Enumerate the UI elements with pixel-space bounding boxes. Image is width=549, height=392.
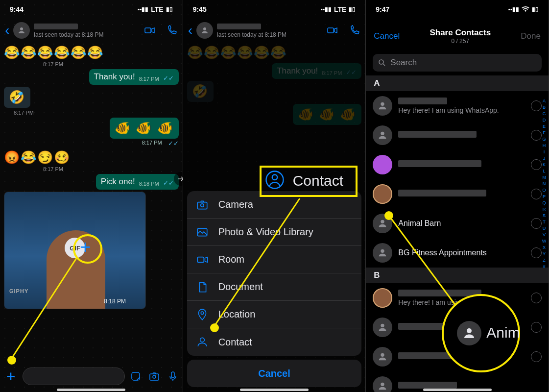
home-indicator [240,389,309,391]
status-bar: 9:45 ▪▪▮▮ LTE ▮▯ [183,0,366,19]
select-radio[interactable] [531,247,542,258]
index-letter[interactable]: V [541,232,548,238]
index-letter[interactable]: Z [541,257,548,264]
network-label: LTE [151,5,163,13]
select-radio[interactable] [531,322,542,333]
index-letter[interactable]: M [541,174,548,181]
attachment-action-sheet: Camera Photo & Video Library Room Docume… [187,191,362,387]
video-call-icon[interactable] [326,24,338,36]
status-bar: 9:47 ▪▪▮▮ ▮▯ [366,0,549,19]
sheet-room[interactable]: Room [187,246,362,273]
panel-share-contacts: 9:47 ▪▪▮▮ ▮▯ Cancel Share Contacts 0 / 2… [366,0,549,392]
attach-plus-button[interactable]: + [4,368,18,386]
select-radio[interactable] [531,293,542,303]
sheet-photo-library[interactable]: Photo & Video Library [187,219,362,246]
svg-point-19 [272,175,277,180]
index-letter[interactable]: E [541,123,548,130]
wifi-icon [522,5,529,13]
sheet-camera[interactable]: Camera [187,191,362,219]
contact-avatar[interactable] [13,22,30,39]
index-letter[interactable]: Y [541,251,548,257]
contact-row[interactable]: BG Fitness Appointments [366,238,549,268]
message-input[interactable] [23,368,125,385]
index-letter[interactable]: J [541,155,548,162]
input-bar: + [0,365,183,388]
contact-row[interactable] [366,179,549,209]
sheet-document[interactable]: Document [187,273,362,301]
search-input[interactable]: Search [373,54,542,72]
contact-avatar [373,318,392,337]
svg-point-28 [381,353,384,357]
section-header-a: A [366,75,549,91]
call-icon[interactable] [349,24,360,36]
select-radio[interactable] [531,189,542,199]
svg-point-30 [467,328,472,333]
contact-header-text[interactable]: last seen today at 8:18 PM [217,23,322,38]
index-letter[interactable]: T [541,219,548,225]
index-letter[interactable]: B [541,104,548,111]
contact-row[interactable]: Hey there! I am using WhatsApp. [366,91,549,121]
index-letter[interactable]: L [541,168,548,174]
done-button[interactable]: Done [521,31,541,41]
alpha-index[interactable]: ABCDEFGHIJKLMNOPQRSTUVWXYZ# [541,98,548,382]
index-letter[interactable]: X [541,245,548,251]
sticker-icon[interactable] [130,370,142,382]
select-radio[interactable] [531,130,542,141]
index-letter[interactable]: K [541,162,548,168]
signal-icon: ▪▪▮▮ [138,6,149,13]
select-radio[interactable] [531,159,542,170]
contact-row-animal-barn[interactable]: Animal Barn [366,209,549,238]
index-letter[interactable]: W [541,238,548,245]
contact-header-text[interactable]: last seen today at 8:18 PM [34,23,139,38]
index-letter[interactable]: Q [541,200,548,206]
index-letter[interactable]: A [541,98,548,104]
gif-message[interactable]: GIF GIPHY 8:18 PM [4,192,146,309]
svg-point-17 [200,338,204,342]
contact-avatar[interactable] [196,22,213,39]
index-letter[interactable]: S [541,213,548,219]
back-button[interactable]: ‹ [5,23,9,38]
svg-point-8 [203,27,206,30]
gif-time: 8:18 PM [104,298,126,305]
index-letter[interactable]: O [541,187,548,194]
svg-rect-3 [132,372,140,380]
sheet-location[interactable]: Location [187,301,362,328]
select-radio[interactable] [531,351,542,362]
cancel-button[interactable]: Cancel [374,31,400,41]
index-letter[interactable]: # [541,264,548,270]
sheet-cancel[interactable]: Cancel [187,360,362,387]
svg-line-22 [383,64,385,66]
index-letter[interactable]: N [541,181,548,187]
sheet-contact[interactable]: Contact [187,328,362,356]
contact-avatar [373,347,392,367]
index-letter[interactable]: P [541,194,548,200]
contact-row[interactable] [366,150,549,179]
select-radio[interactable] [531,218,542,229]
select-radio[interactable] [531,100,542,111]
index-letter[interactable]: H [541,143,548,149]
index-letter[interactable]: I [541,149,548,155]
contact-avatar [373,96,392,116]
home-indicator [57,389,125,391]
chat-header: ‹ last seen today at 8:18 PM [183,19,366,42]
contact-row[interactable]: Hey there! I am using WhatsApp. [366,283,549,313]
contact-avatar [373,125,392,145]
index-letter[interactable]: R [541,206,548,213]
index-letter[interactable]: U [541,225,548,232]
status-time: 9:47 [376,5,389,13]
back-button[interactable]: ‹ [188,23,192,38]
mic-icon[interactable] [167,370,179,382]
contact-row[interactable] [366,342,549,371]
signal-icon: ▪▪▮▮ [320,6,332,13]
contact-row[interactable] [366,313,549,342]
camera-icon[interactable] [148,370,160,382]
last-seen: last seen today at 8:18 PM [217,31,322,38]
index-letter[interactable]: G [541,136,548,143]
video-call-icon[interactable] [143,24,155,36]
contact-row[interactable] [366,121,549,150]
svg-point-12 [200,203,204,207]
index-letter[interactable]: D [541,117,548,123]
call-icon[interactable] [166,24,178,36]
index-letter[interactable]: C [541,111,548,117]
index-letter[interactable]: F [541,130,548,136]
